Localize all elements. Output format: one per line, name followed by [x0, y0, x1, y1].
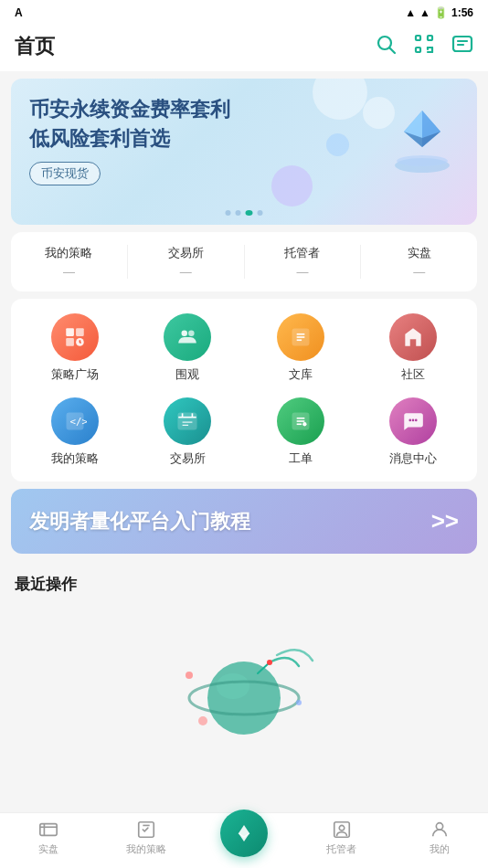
svg-point-43 — [207, 662, 281, 735]
menu-item-workorder[interactable]: 工单 — [244, 397, 357, 467]
stat-custodian[interactable]: 托管者 — — [245, 245, 362, 279]
svg-point-44 — [217, 673, 249, 699]
stat-exchange[interactable]: 交易所 — — [128, 245, 245, 279]
stat-value-4: — — [361, 265, 477, 279]
recent-ops-area — [0, 602, 488, 757]
page-title: 首页 — [15, 33, 55, 60]
svg-rect-29 — [179, 413, 197, 429]
stat-value-2: — — [128, 265, 244, 279]
nav-center — [196, 819, 293, 857]
svg-point-40 — [409, 419, 412, 422]
bottom-navigation: 实盘 我的策略 托管者 我的 — [0, 812, 488, 868]
my-strategy-icon: </> — [51, 397, 99, 445]
time-label: 1:56 — [451, 6, 473, 19]
menu-item-exchange[interactable]: 交易所 — [132, 397, 245, 467]
svg-point-49 — [198, 716, 207, 725]
svg-rect-4 — [416, 48, 420, 52]
message-icon[interactable] — [451, 33, 473, 60]
workorder-icon — [277, 397, 324, 445]
menu-label-my-strategy: 我的策略 — [51, 450, 99, 467]
stat-label-4: 实盘 — [361, 245, 477, 261]
community-icon — [389, 313, 437, 361]
menu-label-watch: 围观 — [175, 366, 199, 383]
nav-custodian[interactable]: 托管者 — [292, 820, 390, 856]
dot-2 — [236, 210, 241, 216]
menu-label-library: 文库 — [289, 366, 313, 383]
exchange-icon — [164, 397, 211, 445]
svg-point-48 — [186, 672, 193, 679]
signal-icon: ▲ — [419, 6, 430, 19]
menu-item-messages[interactable]: 消息中心 — [357, 397, 471, 467]
tutorial-banner-text: 发明者量化平台入门教程 — [29, 508, 250, 535]
svg-point-58 — [436, 823, 442, 830]
svg-rect-51 — [40, 824, 57, 836]
nav-center-button[interactable] — [220, 810, 268, 857]
svg-point-57 — [339, 825, 345, 831]
menu-label-community: 社区 — [401, 366, 425, 383]
promo-banner[interactable]: 币安永续资金费率套利 低风险套利首选 币安现货 — [11, 79, 477, 225]
tutorial-banner-arrow: >> — [431, 507, 459, 535]
svg-point-41 — [412, 419, 415, 422]
stat-value-1: — — [11, 265, 127, 279]
center-logo-icon — [231, 820, 257, 846]
nav-my-strategy[interactable]: 我的策略 — [98, 820, 196, 856]
stat-my-strategy[interactable]: 我的策略 — — [11, 245, 128, 279]
menu-item-library[interactable]: 文库 — [244, 313, 357, 383]
svg-text:</>: </> — [69, 416, 86, 428]
scan-icon[interactable] — [413, 33, 435, 60]
status-bar: A ▲ ▲ 🔋 1:56 — [0, 0, 488, 26]
wifi-icon: ▲ — [405, 6, 416, 19]
menu-item-community[interactable]: 社区 — [357, 313, 471, 383]
stat-live[interactable]: 实盘 — — [361, 245, 477, 279]
menu-item-strategy-plaza[interactable]: 策略广场 — [18, 313, 132, 383]
svg-line-1 — [390, 48, 396, 54]
strategy-plaza-icon — [51, 313, 99, 361]
custodian-nav-icon — [332, 820, 352, 840]
menu-item-watch[interactable]: 围观 — [132, 313, 245, 383]
app-header: 首页 — [0, 26, 488, 71]
banner-badge[interactable]: 币安现货 — [29, 162, 101, 185]
messages-icon — [389, 397, 437, 445]
menu-item-my-strategy[interactable]: </> 我的策略 — [18, 397, 132, 467]
status-right: ▲ ▲ 🔋 1:56 — [405, 6, 473, 19]
svg-rect-17 — [66, 328, 74, 336]
nav-label-my: 我的 — [430, 842, 450, 856]
svg-rect-3 — [428, 36, 432, 40]
svg-rect-19 — [66, 338, 74, 346]
quick-stats: 我的策略 — 交易所 — 托管者 — 实盘 — — [11, 232, 477, 291]
battery-icon: 🔋 — [434, 6, 448, 19]
nav-label-live: 实盘 — [38, 842, 58, 856]
stat-label-1: 我的策略 — [11, 245, 127, 261]
svg-rect-2 — [416, 36, 420, 40]
nav-label-custodian: 托管者 — [326, 842, 356, 856]
svg-point-50 — [296, 700, 302, 705]
tutorial-banner[interactable]: 发明者量化平台入门教程 >> — [11, 489, 477, 554]
grid-menu: 策略广场 围观 文库 — [11, 299, 477, 482]
svg-rect-18 — [76, 328, 84, 336]
stat-label-3: 托管者 — [245, 245, 361, 261]
search-icon[interactable] — [375, 33, 397, 60]
svg-point-47 — [267, 660, 272, 665]
dot-1 — [226, 210, 231, 216]
strategy-nav-icon — [136, 820, 156, 840]
header-icons — [375, 33, 473, 60]
watch-icon — [164, 313, 211, 361]
svg-point-11 — [397, 155, 448, 166]
stat-value-3: — — [245, 265, 361, 279]
menu-label-messages: 消息中心 — [389, 450, 437, 467]
menu-label-workorder: 工单 — [289, 450, 313, 467]
carrier-label: A — [15, 6, 23, 19]
stat-label-2: 交易所 — [128, 245, 244, 261]
library-icon — [277, 313, 324, 361]
menu-label-exchange: 交易所 — [170, 450, 206, 467]
nav-live[interactable]: 实盘 — [0, 820, 98, 856]
dot-4 — [258, 210, 263, 216]
nav-my[interactable]: 我的 — [390, 820, 488, 856]
live-nav-icon — [38, 820, 58, 840]
nav-label-strategy: 我的策略 — [126, 842, 166, 856]
svg-point-42 — [415, 419, 418, 422]
recent-ops-title: 最近操作 — [0, 561, 488, 602]
menu-label-strategy-plaza: 策略广场 — [51, 366, 99, 383]
my-nav-icon — [430, 820, 450, 840]
empty-state-illustration — [153, 620, 335, 739]
